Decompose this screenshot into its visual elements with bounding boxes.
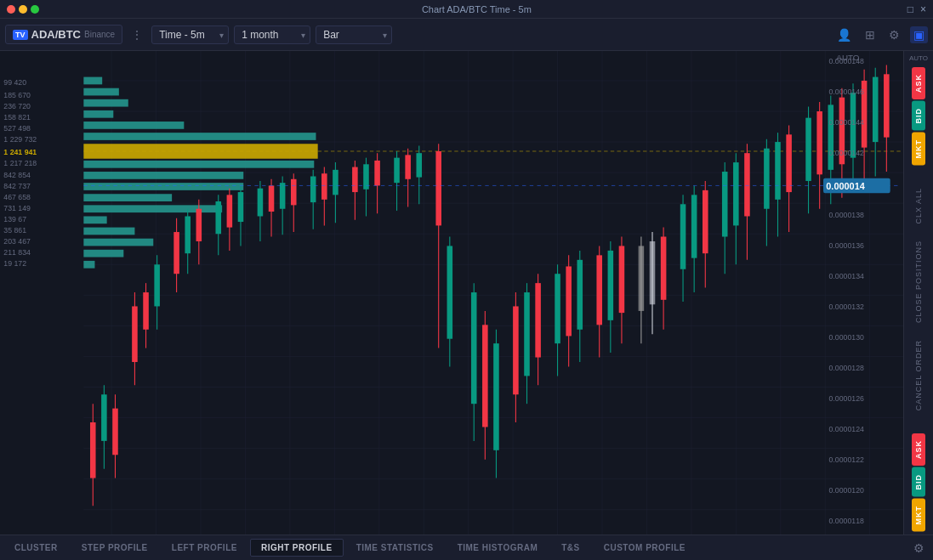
svg-text:0.0000128: 0.0000128 <box>829 364 864 372</box>
svg-rect-160 <box>828 105 834 169</box>
svg-rect-92 <box>352 167 358 192</box>
svg-text:1 241 941: 1 241 941 <box>3 148 37 156</box>
bid-button-1[interactable]: BID <box>912 101 925 131</box>
svg-rect-126 <box>596 255 602 325</box>
svg-text:0.0000134: 0.0000134 <box>829 272 864 280</box>
svg-rect-49 <box>83 239 153 246</box>
svg-rect-104 <box>435 151 441 225</box>
bottom-settings-icon[interactable]: ⚙ <box>908 540 930 557</box>
svg-rect-64 <box>154 264 160 306</box>
close-positions-label[interactable]: CLOSE POSITIONS <box>914 235 923 328</box>
svg-rect-120 <box>555 274 560 343</box>
bid-button-2[interactable]: BID <box>912 467 925 497</box>
symbol-name: ADA/BTC <box>31 28 82 41</box>
svg-rect-66 <box>174 232 179 274</box>
chart-type-select-wrap[interactable]: Bar Candle Line <box>316 25 392 44</box>
svg-rect-56 <box>101 394 107 441</box>
svg-rect-108 <box>471 292 477 404</box>
close-window-btn[interactable] <box>7 5 15 14</box>
chart-area[interactable]: 99 420 185 670 236 720 158 821 527 498 1… <box>0 51 903 535</box>
svg-rect-47 <box>83 216 106 223</box>
auto-text: AUTO <box>909 54 928 62</box>
fullscreen-icon[interactable]: ▣ <box>910 26 928 43</box>
svg-text:99 420: 99 420 <box>3 78 26 87</box>
svg-text:731 149: 731 149 <box>3 204 31 212</box>
tab-time-statistics[interactable]: TIME STATISTICS <box>345 539 445 557</box>
svg-rect-37 <box>83 99 128 107</box>
svg-rect-78 <box>258 189 264 217</box>
close-btn[interactable]: × <box>920 3 926 15</box>
tab-cluster[interactable]: CLUSTER <box>3 539 69 557</box>
svg-rect-118 <box>535 283 541 357</box>
period-select-wrap[interactable]: 1 month 1 week 1 day <box>234 25 310 44</box>
svg-rect-60 <box>132 306 138 362</box>
svg-rect-35 <box>83 77 102 85</box>
svg-text:0.000014: 0.000014 <box>826 181 865 191</box>
svg-rect-62 <box>143 292 149 330</box>
svg-rect-40 <box>83 133 316 140</box>
period-select[interactable]: 1 month 1 week 1 day <box>234 25 310 44</box>
minimize-window-btn[interactable] <box>19 5 27 14</box>
mkt-button-1[interactable]: MKT <box>912 133 925 166</box>
svg-rect-38 <box>83 110 113 118</box>
svg-text:527 498: 527 498 <box>3 124 31 133</box>
svg-rect-82 <box>280 183 286 209</box>
svg-rect-96 <box>374 161 380 185</box>
tab-left-profile[interactable]: LEFT PROFILE <box>161 539 248 557</box>
svg-rect-100 <box>405 155 411 178</box>
order-panel: AUTO ASK BID MKT CLX ALL CLOSE POSITIONS… <box>903 51 933 535</box>
symbol-menu-icon[interactable]: ⋮ <box>128 28 146 42</box>
svg-rect-80 <box>269 185 275 212</box>
svg-rect-150 <box>764 149 770 209</box>
chart-type-select[interactable]: Bar Candle Line <box>316 25 392 44</box>
svg-text:1 217 218: 1 217 218 <box>3 159 37 167</box>
symbol-selector[interactable]: TV ADA/BTC Binance <box>5 25 122 44</box>
exchange-name: Binance <box>84 30 115 39</box>
svg-rect-132 <box>639 246 645 310</box>
svg-rect-36 <box>83 88 119 96</box>
svg-rect-146 <box>733 162 739 225</box>
restore-btn[interactable]: □ <box>907 3 913 15</box>
maximize-window-btn[interactable] <box>31 5 39 14</box>
svg-rect-90 <box>333 170 338 195</box>
win-controls-right[interactable]: □ × <box>907 3 926 15</box>
tab-step-profile[interactable]: STEP PROFILE <box>71 539 159 557</box>
toolbar-icons: 👤 ⊞ ⚙ ▣ <box>833 26 928 43</box>
svg-rect-130 <box>619 246 625 313</box>
svg-text:211 834: 211 834 <box>3 248 31 257</box>
svg-rect-106 <box>447 246 453 338</box>
svg-text:0.0000130: 0.0000130 <box>829 333 864 342</box>
svg-text:0.0000144: 0.0000144 <box>829 118 864 127</box>
svg-text:842 737: 842 737 <box>3 182 31 190</box>
clx-all-label[interactable]: CLX ALL <box>914 183 923 229</box>
bottom-tab-bar: CLUSTER STEP PROFILE LEFT PROFILE RIGHT … <box>0 535 933 560</box>
svg-text:467 658: 467 658 <box>3 193 31 201</box>
tab-right-profile[interactable]: RIGHT PROFILE <box>250 539 344 557</box>
svg-rect-154 <box>786 134 792 192</box>
mkt-button-2[interactable]: MKT <box>912 499 925 532</box>
svg-rect-112 <box>493 343 499 450</box>
window-controls[interactable] <box>7 5 39 14</box>
svg-rect-42 <box>83 161 314 168</box>
ask-button-2[interactable]: ASK <box>912 433 925 466</box>
svg-text:158 821: 158 821 <box>3 113 31 122</box>
svg-text:0.0000142: 0.0000142 <box>829 149 864 157</box>
timeframe-select[interactable]: Time - 5m Time - 1m Time - 15m <box>151 25 229 44</box>
settings-icon[interactable]: ⚙ <box>885 26 903 43</box>
cancel-order-label[interactable]: CANCEL ORDER <box>914 335 923 416</box>
svg-rect-110 <box>482 325 488 427</box>
tab-custom-profile[interactable]: CUSTOM PROFILE <box>593 539 697 557</box>
svg-rect-138 <box>680 204 686 269</box>
svg-text:0.0000124: 0.0000124 <box>829 425 864 433</box>
profile-icon[interactable]: 👤 <box>833 26 855 43</box>
layout-icon[interactable]: ⊞ <box>862 26 879 43</box>
tab-ts[interactable]: T&S <box>550 539 591 557</box>
svg-text:19 172: 19 172 <box>3 259 26 268</box>
svg-text:0.0000126: 0.0000126 <box>829 394 864 403</box>
svg-rect-45 <box>83 194 172 201</box>
main-content: 99 420 185 670 236 720 158 821 527 498 1… <box>0 51 933 535</box>
svg-rect-88 <box>321 173 327 200</box>
ask-button-1[interactable]: ASK <box>912 67 925 99</box>
tab-time-histogram[interactable]: TIME HISTOGRAM <box>447 539 549 557</box>
timeframe-select-wrap[interactable]: Time - 5m Time - 1m Time - 15m <box>151 25 229 44</box>
